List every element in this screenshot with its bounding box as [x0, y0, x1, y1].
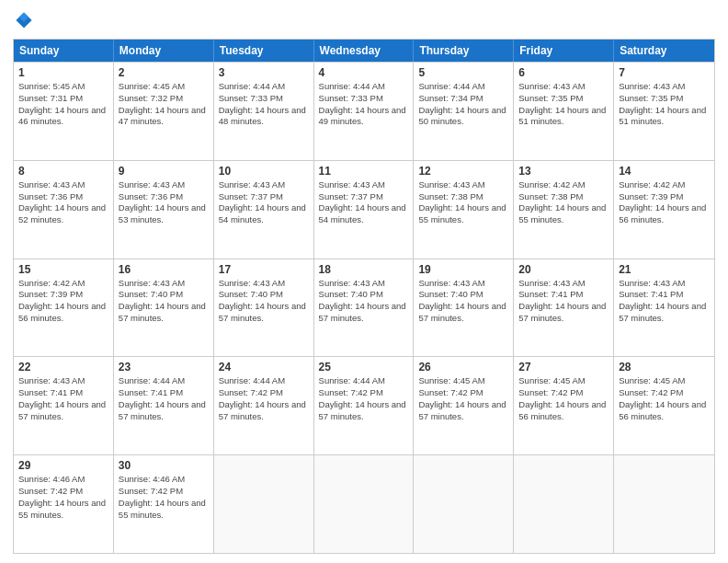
day-info: Sunrise: 4:44 AMSunset: 7:33 PMDaylight:… — [319, 81, 409, 128]
calendar-cell — [614, 455, 714, 553]
calendar-week-1: 1Sunrise: 5:45 AMSunset: 7:31 PMDaylight… — [14, 62, 714, 160]
day-info: Sunrise: 4:44 AMSunset: 7:33 PMDaylight:… — [219, 81, 309, 128]
calendar-cell: 10Sunrise: 4:43 AMSunset: 7:37 PMDayligh… — [214, 161, 314, 259]
day-info: Sunrise: 4:43 AMSunset: 7:41 PMDaylight:… — [518, 278, 609, 325]
day-number: 23 — [119, 361, 209, 373]
day-number: 25 — [319, 361, 409, 373]
day-info: Sunrise: 4:43 AMSunset: 7:37 PMDaylight:… — [319, 179, 409, 226]
calendar-cell: 21Sunrise: 4:43 AMSunset: 7:41 PMDayligh… — [614, 259, 714, 357]
calendar-cell: 24Sunrise: 4:44 AMSunset: 7:42 PMDayligh… — [214, 357, 314, 454]
day-number: 17 — [219, 263, 309, 276]
calendar-cell: 14Sunrise: 4:42 AMSunset: 7:39 PMDayligh… — [614, 161, 714, 259]
calendar-cell: 5Sunrise: 4:44 AMSunset: 7:34 PMDaylight… — [414, 63, 514, 160]
calendar-cell — [214, 455, 314, 553]
day-info: Sunrise: 4:43 AMSunset: 7:40 PMDaylight:… — [219, 278, 309, 325]
day-number: 10 — [219, 165, 309, 178]
day-info: Sunrise: 4:43 AMSunset: 7:37 PMDaylight:… — [219, 179, 309, 226]
calendar-cell: 13Sunrise: 4:42 AMSunset: 7:38 PMDayligh… — [514, 161, 614, 259]
calendar-cell: 7Sunrise: 4:43 AMSunset: 7:35 PMDaylight… — [614, 63, 714, 160]
calendar-week-4: 22Sunrise: 4:43 AMSunset: 7:41 PMDayligh… — [14, 356, 714, 454]
day-info: Sunrise: 4:43 AMSunset: 7:41 PMDaylight:… — [619, 278, 710, 325]
calendar-cell: 1Sunrise: 5:45 AMSunset: 7:31 PMDaylight… — [14, 63, 114, 160]
day-info: Sunrise: 4:42 AMSunset: 7:38 PMDaylight:… — [518, 179, 609, 226]
calendar-cell: 6Sunrise: 4:43 AMSunset: 7:35 PMDaylight… — [514, 63, 614, 160]
day-number: 9 — [119, 165, 209, 178]
day-number: 22 — [18, 361, 108, 373]
logo-icon — [13, 9, 35, 31]
day-number: 12 — [418, 165, 508, 178]
calendar-cell: 26Sunrise: 4:45 AMSunset: 7:42 PMDayligh… — [414, 357, 514, 454]
calendar-week-5: 29Sunrise: 4:46 AMSunset: 7:42 PMDayligh… — [14, 454, 714, 553]
calendar-cell: 9Sunrise: 4:43 AMSunset: 7:36 PMDaylight… — [114, 161, 214, 259]
calendar-body: 1Sunrise: 5:45 AMSunset: 7:31 PMDaylight… — [14, 62, 714, 553]
header-wednesday: Wednesday — [314, 40, 415, 62]
day-info: Sunrise: 4:44 AMSunset: 7:41 PMDaylight:… — [119, 375, 209, 422]
calendar-cell: 18Sunrise: 4:43 AMSunset: 7:40 PMDayligh… — [314, 259, 415, 357]
calendar-cell: 16Sunrise: 4:43 AMSunset: 7:40 PMDayligh… — [114, 259, 214, 357]
calendar-cell: 12Sunrise: 4:43 AMSunset: 7:38 PMDayligh… — [414, 161, 514, 259]
header-sunday: Sunday — [14, 40, 114, 62]
header-friday: Friday — [514, 40, 614, 62]
calendar-cell: 19Sunrise: 4:43 AMSunset: 7:40 PMDayligh… — [414, 259, 514, 357]
day-info: Sunrise: 4:43 AMSunset: 7:35 PMDaylight:… — [619, 81, 710, 128]
day-number: 5 — [418, 66, 508, 79]
calendar-cell: 25Sunrise: 4:44 AMSunset: 7:42 PMDayligh… — [314, 357, 415, 454]
day-info: Sunrise: 4:43 AMSunset: 7:35 PMDaylight:… — [518, 81, 609, 128]
day-number: 19 — [418, 263, 508, 276]
day-info: Sunrise: 4:46 AMSunset: 7:42 PMDaylight:… — [18, 474, 108, 521]
calendar: Sunday Monday Tuesday Wednesday Thursday… — [13, 39, 715, 554]
calendar-page: Sunday Monday Tuesday Wednesday Thursday… — [0, 0, 728, 563]
day-info: Sunrise: 4:45 AMSunset: 7:42 PMDaylight:… — [518, 375, 609, 422]
header-monday: Monday — [114, 40, 214, 62]
day-number: 24 — [219, 361, 309, 373]
calendar-cell: 15Sunrise: 4:42 AMSunset: 7:39 PMDayligh… — [14, 259, 114, 357]
day-number: 20 — [518, 263, 609, 276]
day-number: 16 — [119, 263, 209, 276]
day-number: 18 — [319, 263, 409, 276]
day-info: Sunrise: 4:43 AMSunset: 7:40 PMDaylight:… — [418, 278, 508, 325]
calendar-cell: 4Sunrise: 4:44 AMSunset: 7:33 PMDaylight… — [314, 63, 415, 160]
day-number: 29 — [18, 459, 108, 472]
day-info: Sunrise: 4:43 AMSunset: 7:36 PMDaylight:… — [18, 179, 108, 226]
day-number: 1 — [18, 66, 108, 79]
day-info: Sunrise: 4:43 AMSunset: 7:38 PMDaylight:… — [418, 179, 508, 226]
day-info: Sunrise: 5:45 AMSunset: 7:31 PMDaylight:… — [18, 81, 108, 128]
day-number: 30 — [119, 459, 209, 472]
calendar-cell: 11Sunrise: 4:43 AMSunset: 7:37 PMDayligh… — [314, 161, 415, 259]
day-info: Sunrise: 4:42 AMSunset: 7:39 PMDaylight:… — [18, 278, 108, 325]
day-number: 8 — [18, 165, 108, 178]
day-number: 2 — [119, 66, 209, 79]
calendar-cell: 3Sunrise: 4:44 AMSunset: 7:33 PMDaylight… — [214, 63, 314, 160]
day-info: Sunrise: 4:42 AMSunset: 7:39 PMDaylight:… — [619, 179, 710, 226]
day-number: 21 — [619, 263, 710, 276]
day-info: Sunrise: 4:43 AMSunset: 7:41 PMDaylight:… — [18, 375, 108, 422]
calendar-header-row: Sunday Monday Tuesday Wednesday Thursday… — [14, 40, 714, 62]
calendar-cell: 20Sunrise: 4:43 AMSunset: 7:41 PMDayligh… — [514, 259, 614, 357]
day-info: Sunrise: 4:45 AMSunset: 7:32 PMDaylight:… — [119, 81, 209, 128]
calendar-cell — [314, 455, 415, 553]
calendar-cell: 29Sunrise: 4:46 AMSunset: 7:42 PMDayligh… — [14, 455, 114, 553]
calendar-week-3: 15Sunrise: 4:42 AMSunset: 7:39 PMDayligh… — [14, 259, 714, 357]
calendar-cell: 8Sunrise: 4:43 AMSunset: 7:36 PMDaylight… — [14, 161, 114, 259]
calendar-week-2: 8Sunrise: 4:43 AMSunset: 7:36 PMDaylight… — [14, 160, 714, 259]
day-number: 28 — [619, 361, 710, 373]
day-number: 6 — [518, 66, 609, 79]
day-info: Sunrise: 4:46 AMSunset: 7:42 PMDaylight:… — [119, 474, 209, 521]
header-tuesday: Tuesday — [214, 40, 314, 62]
calendar-cell: 30Sunrise: 4:46 AMSunset: 7:42 PMDayligh… — [114, 455, 214, 553]
day-info: Sunrise: 4:45 AMSunset: 7:42 PMDaylight:… — [619, 375, 710, 422]
day-number: 26 — [418, 361, 508, 373]
day-info: Sunrise: 4:44 AMSunset: 7:42 PMDaylight:… — [319, 375, 409, 422]
header-saturday: Saturday — [614, 40, 714, 62]
calendar-cell: 2Sunrise: 4:45 AMSunset: 7:32 PMDaylight… — [114, 63, 214, 160]
day-info: Sunrise: 4:43 AMSunset: 7:36 PMDaylight:… — [119, 179, 209, 226]
day-number: 14 — [619, 165, 710, 178]
day-info: Sunrise: 4:43 AMSunset: 7:40 PMDaylight:… — [319, 278, 409, 325]
day-info: Sunrise: 4:44 AMSunset: 7:34 PMDaylight:… — [418, 81, 508, 128]
day-number: 3 — [219, 66, 309, 79]
day-number: 4 — [319, 66, 409, 79]
day-info: Sunrise: 4:44 AMSunset: 7:42 PMDaylight:… — [219, 375, 309, 422]
page-header — [13, 9, 715, 31]
calendar-cell: 22Sunrise: 4:43 AMSunset: 7:41 PMDayligh… — [14, 357, 114, 454]
day-info: Sunrise: 4:45 AMSunset: 7:42 PMDaylight:… — [418, 375, 508, 422]
